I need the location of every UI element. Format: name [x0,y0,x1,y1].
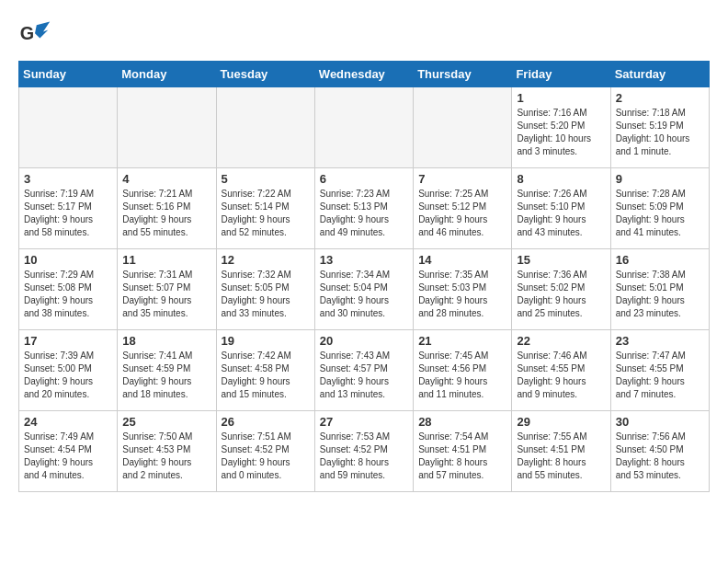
cell-info: Sunrise: 7:29 AM Sunset: 5:08 PM Dayligh… [24,269,112,320]
day-number: 22 [517,334,605,348]
day-number: 12 [222,253,310,267]
calendar-cell: 19Sunrise: 7:42 AM Sunset: 4:58 PM Dayli… [216,330,314,411]
logo: G [18,18,55,52]
day-number: 9 [616,172,704,186]
day-number: 8 [517,172,605,186]
calendar-cell: 23Sunrise: 7:47 AM Sunset: 4:55 PM Dayli… [610,330,709,411]
weekday-header-thursday: Thursday [414,62,512,87]
day-number: 13 [320,253,408,267]
calendar-cell: 28Sunrise: 7:54 AM Sunset: 4:51 PM Dayli… [414,411,512,492]
calendar-cell: 7Sunrise: 7:25 AM Sunset: 5:12 PM Daylig… [414,168,512,249]
day-number: 1 [517,91,605,105]
cell-info: Sunrise: 7:16 AM Sunset: 5:20 PM Dayligh… [517,107,605,158]
calendar-cell: 30Sunrise: 7:56 AM Sunset: 4:50 PM Dayli… [610,411,709,492]
day-number: 3 [24,172,112,186]
calendar-cell: 21Sunrise: 7:45 AM Sunset: 4:56 PM Dayli… [414,330,512,411]
cell-info: Sunrise: 7:35 AM Sunset: 5:03 PM Dayligh… [418,269,506,320]
day-number: 28 [418,415,506,429]
calendar-cell: 10Sunrise: 7:29 AM Sunset: 5:08 PM Dayli… [19,249,118,330]
cell-info: Sunrise: 7:28 AM Sunset: 5:09 PM Dayligh… [616,188,704,239]
calendar-cell: 27Sunrise: 7:53 AM Sunset: 4:52 PM Dayli… [314,411,413,492]
day-number: 17 [24,334,112,348]
calendar-week-2: 3Sunrise: 7:19 AM Sunset: 5:17 PM Daylig… [19,168,710,249]
cell-info: Sunrise: 7:32 AM Sunset: 5:05 PM Dayligh… [222,269,310,320]
weekday-header-sunday: Sunday [19,62,118,87]
day-number: 25 [122,415,210,429]
svg-text:G: G [20,23,34,43]
calendar-cell: 29Sunrise: 7:55 AM Sunset: 4:51 PM Dayli… [512,411,610,492]
cell-info: Sunrise: 7:26 AM Sunset: 5:10 PM Dayligh… [517,188,605,239]
cell-info: Sunrise: 7:39 AM Sunset: 5:00 PM Dayligh… [24,350,112,401]
cell-info: Sunrise: 7:56 AM Sunset: 4:50 PM Dayligh… [616,431,704,482]
cell-info: Sunrise: 7:42 AM Sunset: 4:58 PM Dayligh… [222,350,310,401]
day-number: 15 [517,253,605,267]
calendar-cell: 24Sunrise: 7:49 AM Sunset: 4:54 PM Dayli… [19,411,118,492]
cell-info: Sunrise: 7:22 AM Sunset: 5:14 PM Dayligh… [222,188,310,239]
calendar-cell: 2Sunrise: 7:18 AM Sunset: 5:19 PM Daylig… [610,87,709,168]
calendar-cell: 12Sunrise: 7:32 AM Sunset: 5:05 PM Dayli… [216,249,314,330]
calendar-cell [19,87,118,168]
cell-info: Sunrise: 7:21 AM Sunset: 5:16 PM Dayligh… [122,188,210,239]
logo-icon: G [18,18,51,52]
cell-info: Sunrise: 7:36 AM Sunset: 5:02 PM Dayligh… [517,269,605,320]
day-number: 5 [222,172,310,186]
day-number: 30 [616,415,704,429]
calendar-cell: 15Sunrise: 7:36 AM Sunset: 5:02 PM Dayli… [512,249,610,330]
calendar-cell: 1Sunrise: 7:16 AM Sunset: 5:20 PM Daylig… [512,87,610,168]
calendar-cell: 3Sunrise: 7:19 AM Sunset: 5:17 PM Daylig… [19,168,118,249]
day-number: 2 [616,91,704,105]
calendar-cell: 11Sunrise: 7:31 AM Sunset: 5:07 PM Dayli… [118,249,216,330]
weekday-header-saturday: Saturday [610,62,709,87]
calendar-cell: 4Sunrise: 7:21 AM Sunset: 5:16 PM Daylig… [118,168,216,249]
calendar-table: SundayMondayTuesdayWednesdayThursdayFrid… [18,61,710,492]
calendar-cell [414,87,512,168]
day-number: 11 [122,253,210,267]
calendar-cell [314,87,413,168]
calendar-week-3: 10Sunrise: 7:29 AM Sunset: 5:08 PM Dayli… [19,249,710,330]
cell-info: Sunrise: 7:18 AM Sunset: 5:19 PM Dayligh… [616,107,704,158]
calendar-week-4: 17Sunrise: 7:39 AM Sunset: 5:00 PM Dayli… [19,330,710,411]
calendar-cell: 14Sunrise: 7:35 AM Sunset: 5:03 PM Dayli… [414,249,512,330]
calendar-cell [216,87,314,168]
calendar-cell: 26Sunrise: 7:51 AM Sunset: 4:52 PM Dayli… [216,411,314,492]
calendar-cell: 9Sunrise: 7:28 AM Sunset: 5:09 PM Daylig… [610,168,709,249]
calendar-cell: 20Sunrise: 7:43 AM Sunset: 4:57 PM Dayli… [314,330,413,411]
day-number: 21 [418,334,506,348]
cell-info: Sunrise: 7:47 AM Sunset: 4:55 PM Dayligh… [616,350,704,401]
day-number: 4 [122,172,210,186]
cell-info: Sunrise: 7:46 AM Sunset: 4:55 PM Dayligh… [517,350,605,401]
day-number: 19 [222,334,310,348]
weekday-header-friday: Friday [512,62,610,87]
svg-marker-1 [35,22,50,39]
calendar-week-5: 24Sunrise: 7:49 AM Sunset: 4:54 PM Dayli… [19,411,710,492]
cell-info: Sunrise: 7:34 AM Sunset: 5:04 PM Dayligh… [320,269,408,320]
day-number: 16 [616,253,704,267]
cell-info: Sunrise: 7:50 AM Sunset: 4:53 PM Dayligh… [122,431,210,482]
weekday-header-tuesday: Tuesday [216,62,314,87]
cell-info: Sunrise: 7:49 AM Sunset: 4:54 PM Dayligh… [24,431,112,482]
cell-info: Sunrise: 7:23 AM Sunset: 5:13 PM Dayligh… [320,188,408,239]
day-number: 14 [418,253,506,267]
weekday-header-row: SundayMondayTuesdayWednesdayThursdayFrid… [19,62,710,87]
cell-info: Sunrise: 7:31 AM Sunset: 5:07 PM Dayligh… [122,269,210,320]
calendar-cell [118,87,216,168]
calendar-cell: 17Sunrise: 7:39 AM Sunset: 5:00 PM Dayli… [19,330,118,411]
day-number: 10 [24,253,112,267]
cell-info: Sunrise: 7:38 AM Sunset: 5:01 PM Dayligh… [616,269,704,320]
calendar-cell: 5Sunrise: 7:22 AM Sunset: 5:14 PM Daylig… [216,168,314,249]
calendar-cell: 6Sunrise: 7:23 AM Sunset: 5:13 PM Daylig… [314,168,413,249]
day-number: 26 [222,415,310,429]
calendar-week-1: 1Sunrise: 7:16 AM Sunset: 5:20 PM Daylig… [19,87,710,168]
cell-info: Sunrise: 7:53 AM Sunset: 4:52 PM Dayligh… [320,431,408,482]
cell-info: Sunrise: 7:51 AM Sunset: 4:52 PM Dayligh… [222,431,310,482]
day-number: 27 [320,415,408,429]
day-number: 29 [517,415,605,429]
day-number: 23 [616,334,704,348]
day-number: 6 [320,172,408,186]
cell-info: Sunrise: 7:19 AM Sunset: 5:17 PM Dayligh… [24,188,112,239]
day-number: 24 [24,415,112,429]
calendar-cell: 22Sunrise: 7:46 AM Sunset: 4:55 PM Dayli… [512,330,610,411]
cell-info: Sunrise: 7:54 AM Sunset: 4:51 PM Dayligh… [418,431,506,482]
cell-info: Sunrise: 7:25 AM Sunset: 5:12 PM Dayligh… [418,188,506,239]
cell-info: Sunrise: 7:41 AM Sunset: 4:59 PM Dayligh… [122,350,210,401]
